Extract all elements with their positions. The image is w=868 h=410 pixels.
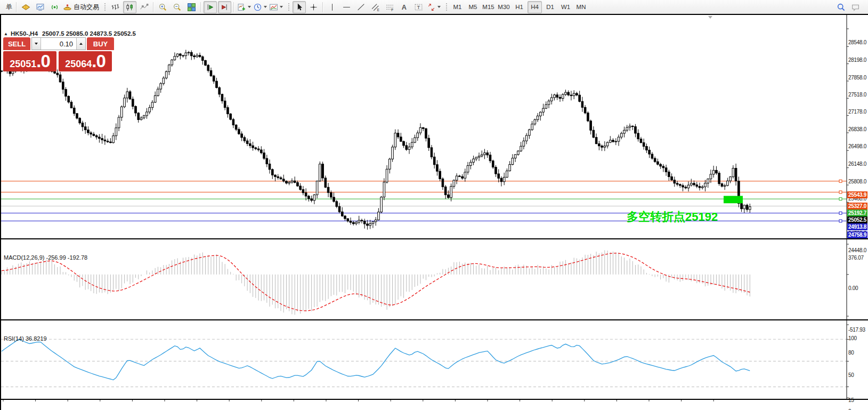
price-axis-label: 28198.0 bbox=[848, 57, 866, 63]
bar-chart-icon bbox=[111, 3, 120, 12]
indicators-button[interactable] bbox=[237, 1, 252, 13]
volume-decrease-button[interactable] bbox=[32, 38, 41, 50]
toolbar-button-label: 自动交易 bbox=[74, 3, 99, 12]
chat-button[interactable] bbox=[849, 1, 862, 13]
macd-indicator-label: MACD(12,26,9) -256.99 -192.78 bbox=[4, 254, 87, 261]
tile-windows-button[interactable] bbox=[185, 1, 198, 13]
search-button[interactable] bbox=[834, 1, 848, 13]
toolbar-grip[interactable] bbox=[103, 2, 106, 12]
timeframe-mn-button[interactable]: MN bbox=[574, 1, 588, 13]
metaeditor-button[interactable] bbox=[19, 1, 33, 13]
chart-title: ▲ HK50-,H4 25007.5 25085.0 24873.5 25052… bbox=[4, 30, 136, 37]
candlestick-chart-button[interactable] bbox=[123, 1, 136, 13]
indicators-icon bbox=[237, 3, 246, 12]
one-click-trading-panel: SELL 0.10 BUY 25051.0 25064.0 bbox=[3, 37, 114, 71]
cursor-icon bbox=[295, 3, 304, 12]
chevron-down-icon[interactable] bbox=[264, 6, 267, 8]
line-chart-icon bbox=[140, 3, 149, 12]
line-handle[interactable] bbox=[839, 212, 842, 214]
toolbar-grip[interactable] bbox=[287, 2, 290, 12]
timeframe-h1-button[interactable]: H1 bbox=[512, 1, 526, 13]
templates-icon bbox=[269, 3, 278, 12]
macd-axis-label: 376.07 bbox=[848, 255, 864, 261]
sell-button[interactable]: SELL bbox=[3, 37, 30, 50]
highlight-zone[interactable] bbox=[724, 196, 743, 203]
zoom-out-button[interactable] bbox=[171, 1, 184, 13]
toolbar-separator bbox=[322, 2, 323, 12]
text-label-button[interactable]: T bbox=[412, 1, 425, 13]
volume-input[interactable]: 0.10 bbox=[41, 38, 76, 50]
buy-button[interactable]: BUY bbox=[87, 37, 114, 50]
vertical-line-icon bbox=[328, 3, 337, 12]
crosshair-button[interactable] bbox=[307, 1, 320, 13]
buy-price-display[interactable]: 25064.0 bbox=[59, 51, 112, 71]
new-order-button[interactable]: 单 bbox=[1, 1, 14, 13]
chart-canvas[interactable] bbox=[0, 14, 868, 410]
toolbar-grip[interactable] bbox=[445, 2, 448, 12]
price-axis-label: 27858.0 bbox=[848, 75, 866, 81]
line-chart-button[interactable] bbox=[137, 1, 151, 13]
timeframe-group: M1M5M15M30H1H4D1W1MN bbox=[442, 0, 589, 14]
timeframe-d1-button[interactable]: D1 bbox=[543, 1, 557, 13]
svg-text:A: A bbox=[402, 3, 407, 11]
toolbar: 单自动交易EFATM1M5M15M30H1H4D1W1MN bbox=[0, 0, 868, 14]
text-label-icon: T bbox=[414, 3, 423, 12]
fibonacci-button[interactable]: F bbox=[383, 1, 396, 13]
templates-button[interactable] bbox=[269, 1, 283, 13]
price-level-badge: 24758.9 bbox=[847, 231, 867, 238]
trendline-button[interactable] bbox=[354, 1, 368, 13]
autotrading-button[interactable]: 自动交易 bbox=[62, 1, 100, 13]
zoom-in-button[interactable] bbox=[156, 1, 169, 13]
channel-icon: E bbox=[371, 3, 380, 12]
panel-collapse-icon[interactable]: ▲ bbox=[4, 31, 8, 36]
timeframe-m5-button[interactable]: M5 bbox=[466, 1, 480, 13]
toolbar-separator bbox=[200, 2, 201, 12]
toolbar-separator bbox=[233, 2, 234, 12]
price-axis-label: 26838.0 bbox=[848, 126, 866, 132]
periods-button[interactable] bbox=[253, 1, 267, 13]
svg-text:T: T bbox=[417, 4, 420, 10]
vertical-line-button[interactable] bbox=[326, 1, 339, 13]
rsi-axis-label: 50 bbox=[848, 372, 854, 378]
arrows-button[interactable] bbox=[426, 1, 441, 13]
timeframe-w1-button[interactable]: W1 bbox=[558, 1, 573, 13]
chart-shift-button[interactable] bbox=[218, 1, 231, 13]
candlestick-chart-icon bbox=[125, 3, 134, 12]
market-watch-button[interactable] bbox=[34, 1, 47, 13]
auto-scroll-button[interactable] bbox=[204, 1, 217, 13]
line-handle[interactable] bbox=[839, 220, 842, 222]
sell-price-display[interactable]: 25051.0 bbox=[3, 51, 56, 71]
chart-ohlc-values: 25007.5 25085.0 24873.5 25052.5 bbox=[42, 30, 136, 37]
timeframe-m30-button[interactable]: M30 bbox=[497, 1, 511, 13]
trendline-icon bbox=[356, 3, 366, 12]
metaeditor-icon bbox=[21, 3, 30, 12]
line-handle[interactable] bbox=[839, 180, 842, 182]
price-level-badge: 25192.7 bbox=[847, 210, 867, 216]
toolbar-group bbox=[100, 0, 151, 14]
timeframe-m15-button[interactable]: M15 bbox=[481, 1, 496, 13]
chevron-down-icon[interactable] bbox=[248, 6, 251, 8]
toolbar-group: 单 bbox=[0, 0, 14, 14]
bar-chart-button[interactable] bbox=[109, 1, 122, 13]
timeframe-h4-button[interactable]: H4 bbox=[528, 1, 542, 13]
line-handle[interactable] bbox=[839, 191, 842, 194]
chevron-down-icon[interactable] bbox=[280, 6, 283, 8]
toolbar-group bbox=[284, 0, 321, 14]
cursor-button[interactable] bbox=[293, 1, 306, 13]
auto-scroll-icon bbox=[206, 3, 215, 12]
price-axis-label: 26498.0 bbox=[848, 143, 866, 149]
text-button[interactable]: A bbox=[398, 1, 411, 13]
macd-axis-label: -517.93 bbox=[848, 327, 865, 333]
chevron-up-icon bbox=[79, 43, 83, 45]
timeframe-m1-button[interactable]: M1 bbox=[450, 1, 465, 13]
line-handle[interactable] bbox=[839, 198, 842, 200]
rsi-indicator-label: RSI(14) 36.8219 bbox=[4, 335, 47, 342]
horizontal-line-button[interactable] bbox=[340, 1, 353, 13]
buy-price-frac: .0 bbox=[92, 51, 106, 71]
annotation-text[interactable]: 多空转折点25192 bbox=[627, 209, 718, 225]
volume-increase-button[interactable] bbox=[76, 38, 85, 50]
channel-button[interactable]: E bbox=[369, 1, 382, 13]
chart-window[interactable]: ▲ HK50-,H4 25007.5 25085.0 24873.5 25052… bbox=[0, 14, 868, 410]
signals-button[interactable] bbox=[48, 1, 61, 13]
chevron-down-icon[interactable] bbox=[437, 6, 441, 8]
